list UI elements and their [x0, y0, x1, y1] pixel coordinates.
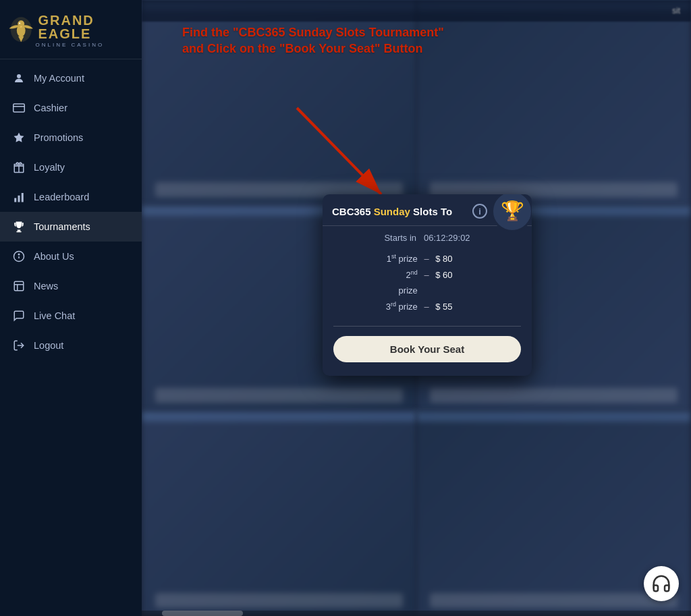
prize-list: 1st prize – $ 80 2nd prize – $ 60 3rd pr… — [323, 248, 532, 322]
info-circle-icon — [12, 250, 26, 263]
svg-rect-11 — [16, 231, 22, 233]
prize-amount-3: $ 55 — [435, 299, 469, 314]
gift-icon — [12, 161, 26, 174]
sidebar-label-news: News — [34, 281, 58, 291]
starts-label: Starts in — [384, 233, 416, 243]
top-bar: sit — [142, 0, 691, 22]
sidebar-item-live-chat[interactable]: Live Chat — [0, 301, 142, 331]
svg-point-4 — [17, 74, 21, 78]
sidebar-item-logout[interactable]: Logout — [0, 331, 142, 360]
prize-dash-2: – — [422, 267, 431, 283]
prize-place-1: 1st prize — [385, 251, 418, 267]
sidebar-item-loyalty[interactable]: Loyalty — [0, 152, 142, 182]
prize-place-3: 3rd prize — [385, 299, 418, 315]
svg-rect-8 — [14, 198, 16, 202]
svg-rect-10 — [22, 193, 24, 202]
title-part2: Slots To — [410, 206, 452, 217]
sidebar-item-news[interactable]: News — [0, 271, 142, 301]
tournament-card: CBC365 Sunday Slots To i 🏆 Starts in 06:… — [323, 194, 532, 376]
book-seat-button[interactable]: Book Your Seat — [333, 336, 521, 362]
annotation-line2: and Click on the "Book Your Seat" Button — [182, 40, 444, 57]
prize-divider — [333, 326, 521, 327]
prize-dash-1: – — [422, 251, 431, 267]
annotation-line1: Find the "CBC365 Sunday Slots Tournament… — [182, 24, 444, 40]
prize-row-2: 2nd prize – $ 60 — [339, 267, 516, 299]
title-part1: CBC365 — [332, 206, 374, 217]
main-content: sit Find the "CBC365 Sunday Slots Tourna… — [142, 0, 691, 616]
svg-rect-15 — [14, 281, 24, 291]
credit-card-icon — [12, 101, 26, 115]
star-icon — [12, 131, 26, 144]
logo-text-group: GRAND EAGLE ONLINE CASINO — [35, 13, 135, 48]
prize-place-2: 2nd prize — [385, 267, 418, 299]
support-button[interactable] — [644, 566, 679, 601]
svg-point-3 — [19, 22, 20, 24]
svg-point-14 — [18, 254, 20, 255]
sidebar-label-my-account: My Account — [34, 73, 84, 84]
prize-row-3: 3rd prize – $ 55 — [339, 299, 516, 315]
sidebar-label-tournaments: Tournaments — [34, 221, 90, 232]
sidebar-item-promotions[interactable]: Promotions — [0, 123, 142, 152]
sidebar: GRAND EAGLE ONLINE CASINO My Account Cas… — [0, 0, 142, 616]
info-button[interactable]: i — [472, 204, 487, 219]
newspaper-icon — [12, 279, 26, 293]
sidebar-label-logout: Logout — [34, 340, 63, 351]
top-bar-text: sit — [672, 6, 680, 16]
starts-in-text: Starts in 06:12:29:02 — [323, 226, 532, 248]
svg-rect-9 — [18, 196, 20, 202]
svg-line-20 — [297, 108, 381, 194]
prize-dash-3: – — [422, 299, 431, 314]
trophy-avatar-icon: 🏆 — [501, 202, 524, 221]
sidebar-item-leaderboard[interactable]: Leaderboard — [0, 182, 142, 212]
sidebar-label-promotions: Promotions — [34, 132, 83, 143]
trophy-icon — [12, 220, 26, 233]
chat-icon — [12, 309, 26, 323]
sidebar-item-tournaments[interactable]: Tournaments — [0, 212, 142, 242]
sidebar-label-leaderboard: Leaderboard — [34, 192, 89, 202]
card-header: CBC365 Sunday Slots To i 🏆 — [323, 194, 532, 226]
sidebar-label-live-chat: Live Chat — [34, 310, 75, 321]
bar-chart-icon — [12, 190, 26, 204]
sidebar-item-cashier[interactable]: Cashier — [0, 93, 142, 123]
brand-sub: ONLINE CASINO — [35, 42, 104, 48]
prize-amount-2: $ 60 — [435, 267, 469, 283]
prize-amount-1: $ 80 — [435, 251, 469, 267]
person-icon — [12, 72, 26, 85]
avatar-trophy: 🏆 — [491, 194, 532, 232]
tournament-title: CBC365 Sunday Slots To — [332, 206, 467, 217]
nav-menu: My Account Cashier Promotions Loyalty — [0, 63, 142, 360]
headset-icon — [651, 573, 671, 594]
countdown-timer: 06:12:29:02 — [424, 233, 470, 243]
annotation-text: Find the "CBC365 Sunday Slots Tournament… — [182, 24, 444, 57]
logo-area: GRAND EAGLE ONLINE CASINO — [0, 0, 142, 59]
sidebar-label-cashier: Cashier — [34, 103, 67, 113]
bg-card-5 — [142, 411, 416, 616]
svg-rect-5 — [13, 104, 25, 112]
prize-row-1: 1st prize – $ 80 — [339, 251, 516, 267]
brand-name: GRAND EAGLE — [38, 13, 135, 40]
sidebar-label-loyalty: Loyalty — [34, 162, 65, 173]
sidebar-item-my-account[interactable]: My Account — [0, 63, 142, 93]
scroll-thumb[interactable] — [162, 611, 243, 616]
scroll-bar — [142, 611, 691, 616]
sidebar-label-about-us: About Us — [34, 251, 74, 262]
bg-card-2 — [416, 0, 691, 205]
title-highlight: Sunday — [374, 206, 410, 217]
sidebar-item-about-us[interactable]: About Us — [0, 242, 142, 271]
eagle-logo-icon — [7, 12, 35, 49]
logout-icon — [12, 339, 26, 352]
